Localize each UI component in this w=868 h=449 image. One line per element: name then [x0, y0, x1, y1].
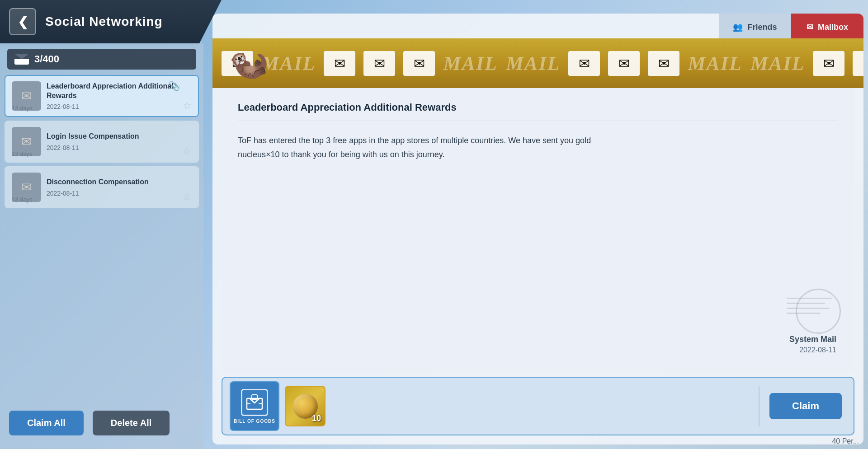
mail-item-days: 13 days: [12, 150, 33, 157]
tab-mailbox[interactable]: ✉ Mailbox: [791, 14, 863, 41]
friends-icon: 👥: [733, 22, 743, 32]
mail-item-date: 2022-08-11: [47, 144, 192, 151]
banner-env-2: ✉: [324, 51, 355, 76]
banner-text-2: MAIL: [443, 52, 497, 75]
banner-env-9: ✉: [853, 51, 863, 76]
pagination-info: 40 Per...: [832, 437, 859, 445]
mail-detail-title: Leaderboard Appreciation Additional Rewa…: [238, 102, 838, 121]
mail-count: 3/400: [34, 53, 59, 65]
right-panel: 👥 Friends ✉ Mailbox 🦦 ✉ MAIL ✉ ✉ ✉ MAIL …: [212, 14, 863, 444]
otter-mascot: 🦦: [226, 38, 271, 88]
mail-item-title: Login Issue Compensation: [47, 132, 192, 141]
banner-env-5: ✉: [568, 51, 600, 76]
banner-env-6: ✉: [608, 51, 640, 76]
mail-stamp-date: 2022-08-11: [782, 346, 836, 354]
banner-env-3: ✉: [363, 51, 395, 76]
mail-count-bar: 3/400: [7, 49, 196, 70]
mail-item-days: 13 days: [12, 105, 33, 112]
delete-all-button[interactable]: Delete All: [93, 411, 170, 435]
banner-env-8: ✉: [813, 51, 844, 76]
banner-text-3: MAIL: [506, 52, 560, 75]
back-icon: ❮: [18, 14, 28, 29]
tab-friends[interactable]: 👥 Friends: [719, 14, 791, 41]
bill-of-goods-icon: [241, 389, 268, 416]
claim-all-button[interactable]: Claim All: [9, 411, 84, 435]
star-icon[interactable]: ☆: [183, 191, 192, 203]
rewards-bar: BILL OF GOODS 10 Claim: [222, 377, 854, 435]
mail-env-icon: ✉: [21, 89, 32, 103]
left-panel: 3/400 ✉ Leaderboard Appreciation Additio…: [0, 43, 203, 449]
page-title: Social Networking: [45, 14, 163, 29]
reward-item-count: 10: [312, 414, 321, 423]
star-icon[interactable]: ☆: [183, 145, 192, 157]
mail-env-icon: ✉: [21, 134, 32, 149]
stamp-decoration: [782, 293, 836, 329]
mail-item-title: Disconnection Compensation: [47, 178, 192, 187]
stamp-line: [787, 313, 821, 314]
star-icon[interactable]: ☆: [183, 100, 192, 112]
stamp-lines-inner: [787, 298, 832, 318]
mail-item-info: Login Issue Compensation 2022-08-11: [47, 132, 192, 151]
banner-mail-icons: ✉ MAIL ✉ ✉ ✉ MAIL MAIL ✉ ✉ ✉ MAIL MAIL ✉…: [212, 51, 863, 76]
stamp-area: System Mail 2022-08-11: [782, 293, 836, 354]
back-button[interactable]: ❮: [9, 8, 36, 35]
claim-button[interactable]: Claim: [769, 393, 842, 419]
mail-item[interactable]: ✉ Disconnection Compensation 2022-08-11 …: [5, 166, 199, 208]
bill-of-goods-label: BILL OF GOODS: [234, 419, 275, 424]
attachment-icon: 📎: [169, 80, 180, 91]
banner-env-4: ✉: [403, 51, 435, 76]
mail-content-area: Leaderboard Appreciation Additional Rewa…: [222, 88, 854, 372]
reward-item-nucleus: 10: [285, 386, 326, 426]
bill-of-goods-stamp: BILL OF GOODS: [230, 381, 279, 431]
friends-label: Friends: [747, 23, 777, 32]
mailbox-icon: ✉: [807, 22, 813, 32]
mail-item[interactable]: ✉ Leaderboard Appreciation Additional Re…: [5, 75, 199, 117]
header-bar: ❮ Social Networking: [0, 0, 222, 43]
bottom-buttons: Claim All Delete All: [9, 411, 170, 435]
banner-text-5: MAIL: [750, 52, 805, 75]
stamp-line: [787, 303, 825, 304]
mail-banner: ✉ MAIL ✉ ✉ ✉ MAIL MAIL ✉ ✉ ✉ MAIL MAIL ✉…: [212, 38, 863, 88]
banner-text-4: MAIL: [688, 52, 742, 75]
banner-env-7: ✉: [648, 51, 679, 76]
mail-item-date: 2022-08-11: [47, 190, 192, 197]
tab-bar: 👥 Friends ✉ Mailbox: [719, 14, 863, 41]
mail-detail-body: ToF has entered the top 3 free apps in t…: [238, 134, 599, 161]
mail-item-info: Disconnection Compensation 2022-08-11: [47, 178, 192, 197]
mail-list: ✉ Leaderboard Appreciation Additional Re…: [0, 75, 203, 208]
mail-sender: System Mail: [782, 335, 836, 344]
mailbox-label: Mailbox: [818, 23, 848, 32]
mail-count-icon: [14, 54, 29, 65]
stamp-line: [787, 298, 832, 299]
mail-env-icon: ✉: [21, 180, 32, 195]
mail-item[interactable]: ✉ Login Issue Compensation 2022-08-11 13…: [5, 121, 199, 163]
mail-item-date: 2022-08-11: [47, 103, 192, 110]
rewards-divider: [759, 386, 760, 426]
stamp-line: [787, 308, 830, 309]
mail-item-days: 13 days: [12, 196, 33, 203]
pagination: 40 Per...: [832, 437, 859, 445]
